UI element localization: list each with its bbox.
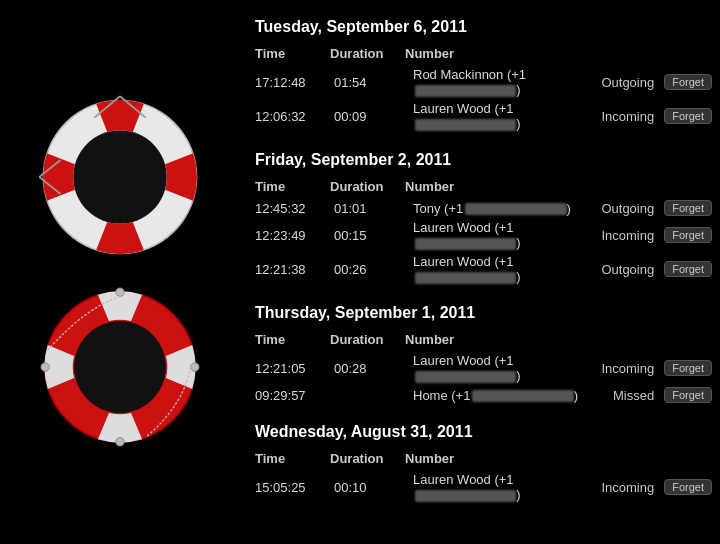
call-type: Incoming [600,109,660,124]
call-time: 12:45:32 [255,201,330,216]
call-row: 12:06:3200:09Lauren Wood (+1███████████)… [255,99,712,133]
call-row: 15:05:2500:10Lauren Wood (+1███████████)… [255,470,712,504]
call-number: Lauren Wood (+1███████████) [413,101,596,131]
blurred-number: ███████████ [415,371,516,383]
call-type: Missed [600,388,660,403]
forget-button[interactable]: Forget [664,227,712,243]
forget-button[interactable]: Forget [664,261,712,277]
blurred-number: ███████████ [415,85,516,97]
col-headers-3: TimeDurationNumber [255,449,712,470]
forget-button[interactable]: Forget [664,387,712,403]
svg-point-11 [41,363,50,372]
call-duration: 00:09 [334,109,409,124]
date-group-2: Thursday, September 1, 2011TimeDurationN… [255,304,712,405]
call-row: 09:29:57Home (+1███████████)MissedForget [255,385,712,405]
date-header-3: Wednesday, August 31, 2011 [255,423,712,441]
date-header-0: Tuesday, September 6, 2011 [255,18,712,36]
call-type: Outgoing [600,201,660,216]
call-time: 12:06:32 [255,109,330,124]
call-time: 12:21:05 [255,361,330,376]
call-row: 17:12:4801:54Rod Mackinnon (+1██████████… [255,65,712,99]
date-group-0: Tuesday, September 6, 2011TimeDurationNu… [255,18,712,133]
call-number: Lauren Wood (+1███████████) [413,472,596,502]
call-duration: 01:54 [334,75,409,90]
call-time: 15:05:25 [255,480,330,495]
blurred-number: ███████████ [415,272,516,284]
call-row: 12:21:0500:28Lauren Wood (+1███████████)… [255,351,712,385]
call-row: 12:23:4900:15Lauren Wood (+1███████████)… [255,218,712,252]
call-number: Rod Mackinnon (+1███████████) [413,67,596,97]
call-type: Incoming [600,480,660,495]
call-type: Outgoing [600,262,660,277]
col-headers-2: TimeDurationNumber [255,330,712,351]
call-time: 12:21:38 [255,262,330,277]
date-group-3: Wednesday, August 31, 2011TimeDurationNu… [255,423,712,504]
call-number: Lauren Wood (+1███████████) [413,220,596,250]
forget-button[interactable]: Forget [664,200,712,216]
blurred-number: ███████████ [472,390,573,402]
date-header-1: Friday, September 2, 2011 [255,151,712,169]
call-duration: 00:28 [334,361,409,376]
call-time: 09:29:57 [255,388,330,403]
svg-point-9 [191,363,200,372]
svg-point-10 [116,438,125,447]
date-header-2: Thursday, September 1, 2011 [255,304,712,322]
lifebuoy-white-icon [35,92,205,262]
call-time: 12:23:49 [255,228,330,243]
call-type: Incoming [600,361,660,376]
col-headers-0: TimeDurationNumber [255,44,712,65]
svg-point-7 [74,321,166,413]
call-duration: 00:26 [334,262,409,277]
call-number: Lauren Wood (+1███████████) [413,254,596,284]
blurred-number: ███████████ [415,238,516,250]
call-time: 17:12:48 [255,75,330,90]
call-duration: 00:10 [334,480,409,495]
forget-button[interactable]: Forget [664,108,712,124]
forget-button[interactable]: Forget [664,479,712,495]
svg-point-8 [116,288,125,297]
call-number: Lauren Wood (+1███████████) [413,353,596,383]
call-number: Home (+1███████████) [413,388,596,403]
blurred-number: ███████████ [415,119,516,131]
call-type: Incoming [600,228,660,243]
col-headers-1: TimeDurationNumber [255,177,712,198]
forget-button[interactable]: Forget [664,74,712,90]
svg-point-1 [73,130,167,224]
forget-button[interactable]: Forget [664,360,712,376]
blurred-number: ███████████ [465,203,566,215]
lifebuoy-red-icon [35,282,205,452]
left-panel [0,0,240,544]
call-duration: 01:01 [334,201,409,216]
call-row: 12:45:3201:01Tony (+1███████████)Outgoin… [255,198,712,218]
call-type: Outgoing [600,75,660,90]
content-panel: Tuesday, September 6, 2011TimeDurationNu… [255,18,712,522]
date-group-1: Friday, September 2, 2011TimeDurationNum… [255,151,712,286]
call-number: Tony (+1███████████) [413,201,596,216]
call-duration: 00:15 [334,228,409,243]
call-row: 12:21:3800:26Lauren Wood (+1███████████)… [255,252,712,286]
blurred-number: ███████████ [415,490,516,502]
